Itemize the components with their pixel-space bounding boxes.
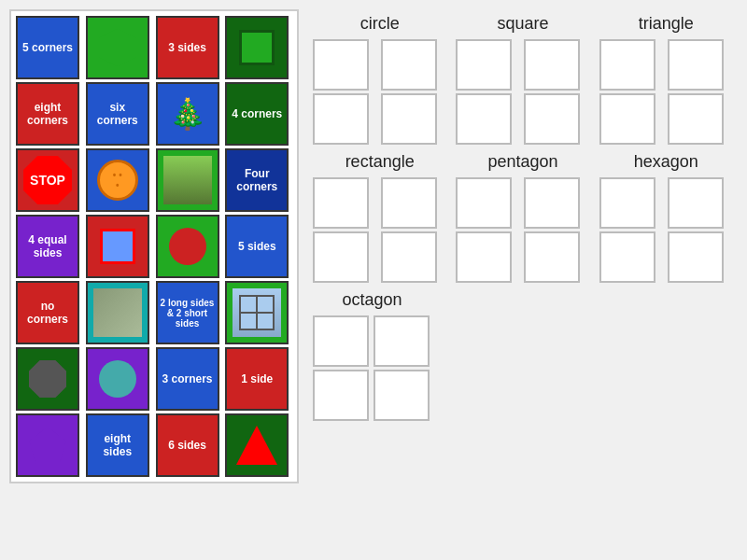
- drop-slot[interactable]: [381, 177, 437, 229]
- cell-label: 3 sides: [168, 41, 206, 54]
- cell-circle-teal[interactable]: [86, 347, 149, 411]
- cell-label: six corners: [90, 101, 146, 127]
- christmas-tree-icon: 🎄: [169, 96, 206, 132]
- cell-4equal[interactable]: 4 equal sides: [16, 215, 79, 278]
- cell-grass[interactable]: [156, 148, 219, 212]
- drop-slot[interactable]: [381, 39, 437, 91]
- category-triangle: triangle: [599, 14, 733, 145]
- square-title: square: [456, 14, 589, 34]
- cell-hexagon-shape[interactable]: [86, 16, 149, 79]
- cell-5sides[interactable]: 5 sides: [225, 215, 289, 278]
- word-image-grid: 5 corners 3 sides eight corners six corn…: [16, 16, 292, 477]
- rectangle-drop-grid: [313, 177, 446, 283]
- drop-slot[interactable]: [313, 93, 369, 145]
- drop-slot[interactable]: [313, 315, 369, 367]
- pentagon-title: pentagon: [456, 152, 589, 172]
- triangle-title: triangle: [599, 14, 733, 34]
- drop-slot[interactable]: [524, 177, 580, 229]
- circle-title: circle: [313, 14, 446, 34]
- cell-button[interactable]: [86, 148, 149, 212]
- hexagon-drop-grid: [599, 177, 733, 283]
- window-photo: [233, 288, 281, 337]
- drop-slot[interactable]: [313, 370, 369, 421]
- drop-slot[interactable]: [374, 315, 430, 367]
- triangle-drop-grid: [599, 39, 733, 145]
- cell-1side[interactable]: 1 side: [225, 347, 289, 411]
- square-blue-icon: [100, 229, 135, 264]
- drop-slot[interactable]: [456, 231, 512, 283]
- drop-slot[interactable]: [313, 231, 369, 283]
- cell-tree[interactable]: 🎄: [156, 82, 219, 146]
- cell-label: eight sides: [90, 432, 146, 458]
- drop-slot[interactable]: [374, 370, 430, 421]
- cell-eight-corners[interactable]: eight corners: [16, 82, 79, 146]
- cell-six-corners[interactable]: six corners: [86, 82, 149, 146]
- cell-label: no corners: [20, 300, 76, 326]
- drop-slot[interactable]: [456, 93, 512, 145]
- cell-four-corners[interactable]: Four corners: [225, 148, 289, 212]
- drop-slot[interactable]: [668, 231, 724, 283]
- grass-photo: [163, 156, 212, 204]
- cell-6sides[interactable]: 6 sides: [156, 413, 219, 477]
- drop-slot[interactable]: [456, 177, 512, 229]
- top-categories-row: circle square triangle: [313, 14, 733, 145]
- rectangle-title: rectangle: [313, 152, 446, 172]
- cell-eight-sides[interactable]: eight sides: [86, 413, 149, 477]
- category-pentagon: pentagon: [456, 152, 589, 283]
- octagon-title: octagon: [313, 290, 431, 310]
- drop-slot[interactable]: [524, 39, 580, 91]
- triangle-icon: [236, 426, 277, 465]
- cell-square-blue[interactable]: [86, 215, 149, 278]
- drop-slot[interactable]: [381, 231, 437, 283]
- cell-label: 4 equal sides: [20, 233, 76, 259]
- hexagon-icon: [99, 29, 136, 66]
- drop-slot[interactable]: [599, 177, 655, 229]
- cell-octagon-shape[interactable]: [16, 347, 79, 411]
- cell-2long2short[interactable]: 2 long sides & 2 short sides: [156, 281, 219, 344]
- right-panel: circle square triangle: [308, 9, 738, 433]
- red-circle-icon: [169, 228, 206, 265]
- category-circle: circle: [313, 14, 446, 145]
- category-square: square: [456, 14, 589, 145]
- cell-triangle-shape[interactable]: [225, 413, 289, 477]
- drop-slot[interactable]: [599, 231, 655, 283]
- left-panel: 5 corners 3 sides eight corners six corn…: [9, 9, 299, 483]
- teal-circle-icon: [99, 360, 136, 398]
- category-octagon: octagon: [313, 290, 431, 421]
- cell-4corners[interactable]: 4 corners: [225, 82, 289, 146]
- cell-stop[interactable]: STOP: [16, 148, 79, 212]
- drop-slot[interactable]: [524, 93, 580, 145]
- square-drop-grid: [456, 39, 589, 145]
- bottom-categories-row: octagon: [313, 290, 733, 421]
- cell-label: 5 corners: [22, 41, 73, 54]
- cell-5corners[interactable]: 5 corners: [16, 16, 79, 79]
- drop-slot[interactable]: [599, 93, 655, 145]
- stop-sign-icon: STOP: [23, 156, 72, 204]
- drop-slot[interactable]: [313, 39, 369, 91]
- drop-slot[interactable]: [668, 93, 724, 145]
- cell-circle-red[interactable]: [156, 215, 219, 278]
- cell-square-green[interactable]: [225, 16, 289, 79]
- drop-slot[interactable]: [524, 231, 580, 283]
- square-green-icon: [239, 30, 275, 65]
- cell-no-corners[interactable]: no corners: [16, 281, 79, 344]
- cell-pentagon-shape[interactable]: [16, 413, 79, 477]
- drop-slot[interactable]: [668, 177, 724, 229]
- category-rectangle: rectangle: [313, 152, 446, 283]
- drop-slot[interactable]: [599, 39, 655, 91]
- cell-stadium[interactable]: [86, 281, 149, 344]
- octagon-icon: [29, 360, 66, 398]
- octagon-drop-grid: [313, 315, 431, 421]
- cell-3sides[interactable]: 3 sides: [156, 16, 219, 79]
- cell-window[interactable]: [225, 281, 289, 344]
- cell-3corners[interactable]: 3 corners: [156, 347, 219, 411]
- cell-label: 4 corners: [232, 107, 282, 120]
- drop-slot[interactable]: [668, 39, 724, 91]
- drop-slot[interactable]: [381, 93, 437, 145]
- cell-label: eight corners: [20, 101, 76, 127]
- drop-slot[interactable]: [313, 177, 369, 229]
- cell-label: Four corners: [229, 167, 285, 193]
- stadium-photo: [93, 288, 142, 337]
- middle-categories-row: rectangle pentagon hexagon: [313, 152, 733, 283]
- drop-slot[interactable]: [456, 39, 512, 91]
